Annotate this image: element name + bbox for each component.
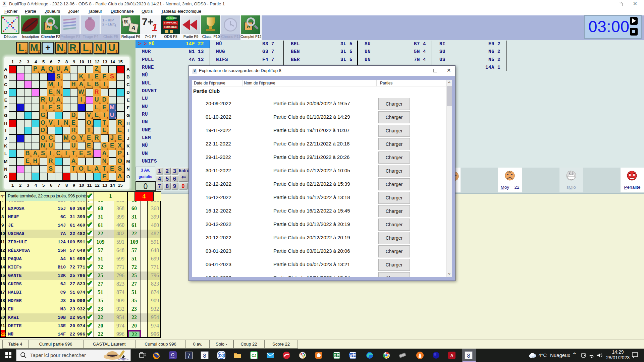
svg-text:A: A (450, 353, 453, 358)
svg-text:W: W (350, 354, 353, 357)
svg-text:DJ: DJ (219, 354, 224, 358)
svg-text:8: 8 (467, 353, 470, 359)
svg-text:7: 7 (187, 353, 190, 359)
svg-text:8: 8 (203, 353, 206, 359)
svg-text:X: X (334, 354, 336, 357)
svg-text:music: music (170, 356, 175, 358)
svg-text:CJ: CJ (252, 354, 256, 358)
